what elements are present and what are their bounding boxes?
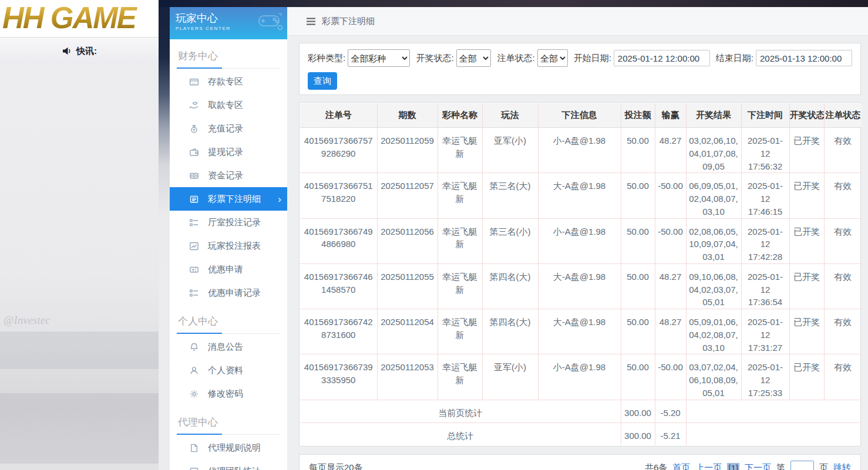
bell-icon	[189, 342, 199, 352]
table-cell: 亚军(小)	[482, 354, 538, 400]
table-cell: 幸运飞艇新	[438, 354, 482, 400]
ledger-icon	[189, 194, 199, 204]
bets-table: 注单号期数彩种名称玩法下注信息投注额输赢开奖结果下注时间开奖状态注单状态 401…	[300, 103, 862, 445]
table-cell: 2025-01-12 17:25:33	[741, 354, 789, 400]
list-icon	[189, 218, 199, 228]
sidebar-header: 玩家中心 PLAYERS CENTER	[170, 7, 287, 39]
table-cell: 小-A盘@1.98	[538, 354, 621, 400]
sidebar-item-profile[interactable]: 个人资料	[170, 359, 287, 382]
end-date-input[interactable]	[756, 50, 852, 66]
table-cell: 幸运飞艇新	[438, 309, 482, 354]
sidebar-nav: 财务中心存款专区取款专区充值记录提现记录资金记录彩票下注明细›厅室投注记录玩家投…	[170, 44, 287, 470]
next-page-link[interactable]: 下一页	[745, 462, 771, 470]
sidebar-item-label: 代理规则说明	[208, 442, 261, 454]
table-cell: 06,09,05,01,02,04,08,07,03,10	[686, 173, 741, 218]
jump-button[interactable]: 跳转	[833, 462, 851, 470]
background-site: HH GAME 快讯: @Investec	[0, 0, 159, 470]
sidebar: 玩家中心 PLAYERS CENTER 财务中心存款专区取款专区充值记录提现记录…	[170, 7, 287, 470]
first-page-link[interactable]: 首页	[672, 462, 690, 470]
stats-icon	[189, 466, 199, 470]
sidebar-item-deposit-zone[interactable]: 存款专区	[170, 70, 287, 93]
table-cell: 幸运飞艇新	[438, 263, 482, 309]
table-cell: 401569173667461458570	[300, 263, 377, 309]
table-cell: 有效	[824, 309, 862, 354]
column-header: 下注信息	[538, 103, 621, 128]
table-cell: 有效	[824, 128, 862, 173]
prev-page-link[interactable]: 上一页	[695, 462, 722, 470]
speaker-icon	[62, 46, 72, 56]
sidebar-item-label: 资金记录	[208, 170, 243, 181]
main-panel: 彩票下注明细 彩种类型: 全部彩种 开奖状态: 全部 注单状态: 全部	[287, 7, 868, 470]
sidebar-item-agent-team-stats[interactable]: 代理团队统计	[170, 459, 287, 470]
page-gutter	[159, 0, 170, 470]
sidebar-item-promo-apply-records[interactable]: 优惠申请记录	[170, 281, 287, 305]
sidebar-item-lottery-bet-details[interactable]: 彩票下注明细›	[170, 187, 287, 211]
table-cell: 有效	[824, 218, 862, 263]
summary-label: 当前页统计	[300, 400, 621, 422]
sidebar-item-hall-bet-records[interactable]: 厅室投注记录	[170, 211, 287, 234]
search-button[interactable]: 查询	[308, 72, 337, 90]
sidebar-item-change-password[interactable]: 修改密码	[170, 382, 287, 405]
gear-icon	[189, 389, 199, 399]
user-icon	[189, 366, 199, 376]
table-cell: 有效	[824, 263, 862, 309]
menu-icon[interactable]	[306, 18, 316, 25]
page: HH GAME 快讯: @Investec 玩家中心 PLAYERS CENTE…	[0, 0, 868, 470]
table-cell: 50.00	[621, 309, 655, 354]
sidebar-item-label: 修改密码	[208, 388, 243, 400]
gamepad-icon	[257, 11, 284, 31]
sidebar-item-messages[interactable]: 消息公告	[170, 335, 287, 359]
summary-bet-total: 300.00	[621, 422, 655, 445]
document-icon	[189, 443, 199, 453]
table-cell: 幸运飞艇新	[438, 218, 482, 263]
page-jump-input[interactable]	[790, 461, 814, 470]
table-cell: 20250112059	[377, 128, 438, 173]
photo-band	[0, 393, 159, 464]
sidebar-item-label: 优惠申请记录	[208, 288, 261, 299]
chevron-right-icon: ›	[278, 194, 281, 204]
table-cell: -50.00	[655, 354, 686, 400]
sidebar-item-label: 消息公告	[208, 341, 243, 353]
lottery-type-select[interactable]: 全部彩种	[348, 49, 410, 67]
draw-status-label: 开奖状态:	[416, 53, 453, 64]
sidebar-item-recharge-records[interactable]: 充值记录	[170, 117, 287, 140]
sidebar-section-title: 个人中心	[177, 309, 280, 334]
page-title: 彩票下注明细	[322, 16, 375, 27]
brand-bar: HH GAME	[0, 0, 159, 37]
stadium-photo: @Investec	[0, 65, 159, 470]
table-cell: 幸运飞艇新	[438, 173, 482, 218]
sidebar-item-label: 彩票下注明细	[208, 194, 261, 205]
sidebar-item-withdraw-zone[interactable]: 取款专区	[170, 93, 287, 117]
sidebar-item-label: 取款专区	[208, 100, 243, 111]
sidebar-section-title: 财务中心	[177, 44, 280, 69]
jump-label-suffix: 页	[819, 462, 828, 470]
table-cell: 已开奖	[789, 218, 824, 263]
table-cell: 50.00	[621, 128, 655, 173]
start-date-input[interactable]	[614, 50, 710, 66]
table-cell: 48.27	[655, 128, 686, 173]
sidebar-item-promo-apply[interactable]: 优惠申请	[170, 258, 287, 281]
sidebar-item-withdraw-records[interactable]: 提现记录	[170, 140, 287, 164]
pager-controls: 共6条 首页 上一页 [1] 下一页 第 页 跳转	[645, 461, 851, 470]
table-cell: 05,09,01,06,04,02,08,07,03,10	[686, 309, 741, 354]
sidebar-item-funds-records[interactable]: 资金记录	[170, 164, 287, 187]
sidebar-item-player-bet-report[interactable]: 玩家投注报表	[170, 234, 287, 258]
site-logo: HH GAME	[0, 0, 159, 36]
draw-status-select[interactable]: 全部	[456, 49, 492, 67]
summary-win-total: -5.21	[655, 422, 686, 445]
banknote-icon	[189, 171, 199, 181]
sidebar-item-agent-rules[interactable]: 代理规则说明	[170, 436, 287, 459]
list-icon	[189, 288, 199, 298]
summary-row: 当前页统计300.00-5.20	[300, 400, 862, 422]
table-cell: 2025-01-12 17:31:27	[741, 309, 789, 354]
content-area: 彩种类型: 全部彩种 开奖状态: 全部 注单状态: 全部 开始日期: 结束日期:	[287, 36, 868, 470]
table-cell: 401569173667393335950	[300, 354, 377, 400]
current-page[interactable]: [1]	[727, 463, 739, 470]
table-cell: 2025-01-12 17:56:32	[741, 128, 789, 173]
table-cell: -50.00	[655, 218, 686, 263]
table-row: 40156917366739333595020250112053幸运飞艇新亚军(…	[300, 354, 862, 400]
coupon-icon	[189, 265, 199, 275]
sidebar-item-label: 厅室投注记录	[208, 217, 261, 228]
order-status-select[interactable]: 全部	[537, 49, 568, 67]
table-row: 40156917366757928629020250112059幸运飞艇新亚军(…	[300, 128, 862, 173]
